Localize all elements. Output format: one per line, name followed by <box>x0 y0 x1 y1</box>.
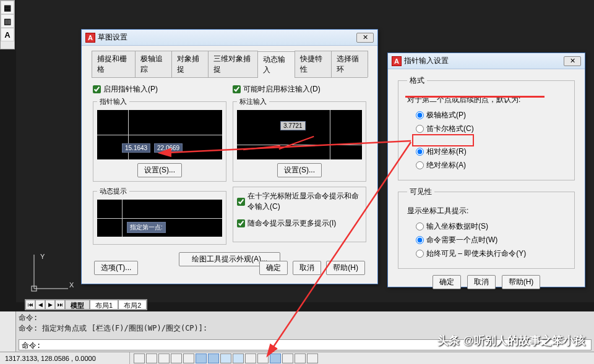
legend-dim: 标注输入 <box>237 97 269 106</box>
sbtn-14[interactable] <box>295 353 306 363</box>
btn-options[interactable]: 选项(T)... <box>94 261 138 275</box>
preview-prompt-text: 指定第一点: <box>127 222 166 233</box>
dialog-titlebar[interactable]: A 草图设置 ✕ <box>82 30 377 46</box>
layout-tabs: ⏮ ◀ ▶ ⏭ 模型 布局1 布局2 <box>25 299 147 310</box>
chk-enable-dim[interactable] <box>233 85 241 93</box>
tab-nav-first[interactable]: ⏮ <box>25 300 35 310</box>
radio-vis-always[interactable] <box>416 250 424 258</box>
grp-pointer-input: 指针输入 15.1643 22.0669 设置(S)... <box>93 97 226 182</box>
preview-dim: 3.7721 <box>237 110 362 159</box>
status-buttons <box>130 353 318 363</box>
lbl-polar: 极轴格式(P) <box>426 110 466 121</box>
tab-nav-last[interactable]: ⏭ <box>55 300 65 310</box>
pointer-dialog-titlebar[interactable]: A 指针输入设置 ✕ <box>388 53 585 69</box>
radio-vis-input[interactable] <box>416 222 424 231</box>
close-icon[interactable]: ✕ <box>564 56 581 66</box>
cmd-icons <box>0 311 16 352</box>
dialog-body: 启用指针输入(P) 指针输入 15.1643 22.0669 设置(S)... … <box>82 78 377 273</box>
tab-osnap3d[interactable]: 三维对象捕捉 <box>208 51 258 77</box>
preview-pointer: 15.1643 22.0669 <box>97 110 222 159</box>
lbl-enable-dim: 可能时启用标注输入(D) <box>243 84 321 95</box>
radio-polar[interactable] <box>416 111 424 119</box>
drafting-settings-dialog: A 草图设置 ✕ 捕捉和栅格 极轴追踪 对象捕捉 三维对象捕捉 动态输入 快捷特… <box>81 29 378 284</box>
sbtn-5[interactable] <box>183 353 194 363</box>
grp-dim-input: 标注输入 3.7721 设置(S)... <box>233 97 366 182</box>
radio-vis-cmd[interactable] <box>416 236 424 244</box>
sbtn-8[interactable] <box>220 353 231 363</box>
status-bar: 1317.3133, 128.0586 , 0.0000 <box>0 352 594 364</box>
toolbar-icon-text[interactable]: A <box>1 28 14 41</box>
close-icon[interactable]: ✕ <box>356 33 374 43</box>
legend-format: 格式 <box>407 75 427 86</box>
app-icon: A <box>85 33 95 43</box>
chk-enable-pointer[interactable] <box>93 85 101 93</box>
sbtn-3[interactable] <box>158 353 170 363</box>
lbl-vis-cmd: 命令需要一个点时(W) <box>426 235 497 245</box>
sbtn-11[interactable] <box>257 353 269 363</box>
pointer-btn-help[interactable]: 帮助(H) <box>502 275 541 289</box>
btn-cancel[interactable]: 取消 <box>293 261 321 275</box>
tab-polar[interactable]: 极轴追踪 <box>135 51 172 77</box>
pointer-btn-ok[interactable]: 确定 <box>433 275 461 289</box>
pointer-input-settings-dialog: A 指针输入设置 ✕ 格式 对于第二个点或后续的点，默认为: 极轴格式(P) 笛… <box>387 53 585 287</box>
toolbar-icon-2[interactable]: ▥ <box>1 14 14 28</box>
sbtn-9[interactable] <box>233 353 244 363</box>
app-icon: A <box>392 56 402 66</box>
sbtn-13[interactable] <box>282 353 293 363</box>
pointer-btn-cancel[interactable]: 取消 <box>467 275 496 289</box>
preview-val-2: 22.0669 <box>154 143 183 153</box>
lbl-cmd-prompt: 在十字光标附近显示命令提示和命令输入(C) <box>248 191 362 212</box>
sbtn-2[interactable] <box>146 353 157 363</box>
sbtn-1[interactable] <box>134 353 145 363</box>
sbtn-6[interactable] <box>196 353 207 363</box>
toolbar-icon-1[interactable]: ▦ <box>1 1 14 14</box>
tab-nav-prev[interactable]: ◀ <box>35 300 45 310</box>
tab-layout2[interactable]: 布局2 <box>118 300 147 310</box>
grp-format: 格式 对于第二个点或后续的点，默认为: 极轴格式(P) 笛卡尔格式(C) 相对坐… <box>398 75 575 180</box>
btn-help[interactable]: 帮助(H) <box>326 261 365 275</box>
format-subtitle: 对于第二个点或后续的点，默认为: <box>407 95 566 105</box>
lbl-enable-pointer: 启用指针输入(P) <box>103 84 158 95</box>
radio-cartesian[interactable] <box>416 125 424 133</box>
grp-prompt-opts: 在十字光标附近显示命令提示和命令输入(C) 随命令提示显示更多提示(I) <box>233 187 366 242</box>
dialog-footer: 选项(T)... 确定 取消 帮助(H) <box>82 256 377 280</box>
pointer-dialog-body: 格式 对于第二个点或后续的点，默认为: 极轴格式(P) 笛卡尔格式(C) 相对坐… <box>388 69 585 295</box>
tab-sel-cycle[interactable]: 选择循环 <box>331 51 368 77</box>
btn-dim-settings[interactable]: 设置(S)... <box>277 163 322 177</box>
tab-quick-props[interactable]: 快捷特性 <box>295 51 332 77</box>
radio-relative[interactable] <box>416 148 424 156</box>
watermark: 头条 @听别人的故事之笨小孩 <box>437 333 585 348</box>
grp-dyn-prompt: 动态提示 指定第一点: <box>93 187 226 245</box>
coords-readout: 1317.3133, 128.0586 , 0.0000 <box>0 352 130 364</box>
lbl-vis-always: 始终可见 – 即使未执行命令(Y) <box>426 248 526 259</box>
tab-nav-next[interactable]: ▶ <box>45 300 55 310</box>
grp-visibility: 可见性 显示坐标工具提示: 输入坐标数据时(S) 命令需要一个点时(W) 始终可… <box>398 187 575 269</box>
chk-more-prompt[interactable] <box>237 219 245 227</box>
sbtn-15[interactable] <box>307 353 318 363</box>
vis-subtitle: 显示坐标工具提示: <box>407 206 566 216</box>
radio-absolute[interactable] <box>416 161 424 169</box>
svg-text:Y: Y <box>40 253 45 260</box>
lbl-relative: 相对坐标(R) <box>426 146 467 157</box>
chk-cmd-prompt[interactable] <box>237 198 245 206</box>
preview-val-1: 15.1643 <box>122 143 150 153</box>
dialog-tabs: 捕捉和栅格 极轴追踪 对象捕捉 三维对象捕捉 动态输入 快捷特性 选择循环 <box>92 51 368 78</box>
sbtn-4[interactable] <box>171 353 182 363</box>
preview-dim-val: 3.7721 <box>280 121 306 130</box>
tab-model[interactable]: 模型 <box>65 300 90 310</box>
dialog-title-text: 草图设置 <box>98 32 127 43</box>
tab-layout1[interactable]: 布局1 <box>90 300 118 310</box>
tab-osnap[interactable]: 对象捕捉 <box>171 51 209 77</box>
cmd-line-1: 命令: <box>19 313 592 323</box>
sbtn-7[interactable] <box>208 353 219 363</box>
tab-dyn-input[interactable]: 动态输入 <box>257 51 295 78</box>
btn-ok[interactable]: 确定 <box>259 261 288 275</box>
legend-visibility: 可见性 <box>407 187 434 197</box>
preview-prompt: 指定第一点: <box>97 200 222 237</box>
pointer-dialog-title: 指针输入设置 <box>404 56 449 66</box>
sbtn-12[interactable] <box>270 353 281 363</box>
sbtn-10[interactable] <box>245 353 256 363</box>
tab-snap-grid[interactable]: 捕捉和栅格 <box>92 51 136 77</box>
btn-pointer-settings[interactable]: 设置(S)... <box>137 163 182 177</box>
lbl-more-prompt: 随命令提示显示更多提示(I) <box>248 218 336 229</box>
